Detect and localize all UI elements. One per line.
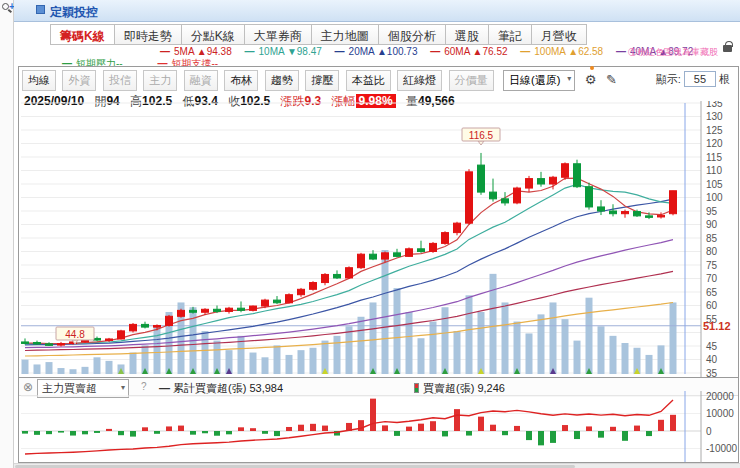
ma-legend: —5MA ▲94.38 —10MA ▼98.47 —20MA ▲100.73 —… [160,46,703,58]
tab-notes[interactable]: 筆記 [489,24,532,45]
svg-text:0: 0 [706,426,712,437]
tab-chip-kline[interactable]: 籌碼K線 [50,24,115,45]
chart-toolbar: 均線 外資 投信 主力 融資 布林 趨勢 撐壓 本益比 紅綠燈 分價量 日線(還… [22,70,617,90]
toolbar-pe-button[interactable]: 本益比 [346,70,391,91]
toolbar-support-button[interactable]: 撐壓 [305,70,339,91]
toolbar-margin-button[interactable]: 融資 [184,70,218,91]
toolbar-trust-button[interactable]: 投信 [103,70,137,91]
chevron-down-icon: ▾ [567,74,571,83]
chart-panel: 均線 外資 投信 主力 融資 布林 趨勢 撐壓 本益比 紅綠燈 分價量 日線(還… [18,66,739,463]
app-icon [36,5,45,14]
horizontal-scrollbar[interactable] [14,463,740,468]
svg-text:35: 35 [706,368,718,378]
svg-text:95: 95 [706,206,718,217]
toolbar-foreign-button[interactable]: 外資 [62,70,96,91]
bar-count-label: 顯示: [656,73,681,85]
svg-text:60: 60 [706,300,718,311]
toolbar-ma-button[interactable]: 均線 [22,70,56,91]
toolbar-volume-profile-button[interactable]: 分價量 [449,70,494,91]
svg-text:45: 45 [706,341,718,352]
svg-text:40: 40 [706,354,718,365]
svg-text:65: 65 [706,287,718,298]
svg-text:90: 90 [706,219,718,230]
svg-text:80: 80 [706,246,718,257]
lock-icon[interactable] [723,45,732,52]
svg-text:115: 115 [706,152,722,163]
svg-text:116.5: 116.5 [469,130,494,141]
candlestick-chart[interactable]: 1351301251201151101051009590858075706560… [19,101,738,377]
tab-realtime[interactable]: 即時走勢 [115,24,182,45]
legend-ma20: —20MA ▲100.73 [335,46,418,57]
tab-major-map[interactable]: 主力地圖 [312,24,379,45]
legend-ma5: —5MA ▲94.38 [160,46,232,57]
treasury-note: ①粉紅色區塊為庫藏股 [628,46,718,59]
svg-text:125: 125 [706,125,723,136]
bar-count-input[interactable]: 55 [684,71,716,87]
gear-icon[interactable]: ⚙ [585,72,597,87]
title-bar: 定穎投控 [14,0,740,22]
magnifier-icon[interactable] [2,3,9,10]
svg-text:120: 120 [706,138,723,149]
svg-text:135: 135 [706,101,723,109]
tab-stock-analysis[interactable]: 個股分析 [379,24,446,45]
bar-count-control: 顯示: 55 根 [656,71,730,87]
window-title: 定穎投控 [50,4,98,21]
toolbar-trend-button[interactable]: 趨勢 [265,70,299,91]
pencil-icon[interactable]: ✎ [606,72,617,87]
tab-big-orders[interactable]: 大單券商 [245,24,312,45]
tab-monthly-revenue[interactable]: 月營收 [532,24,587,45]
svg-text:75: 75 [706,260,718,271]
tab-bar: 籌碼K線 即時走勢 分點K線 大單券商 主力地圖 個股分析 選股 筆記 月營收 [14,22,740,45]
legend-ma10: —10MA ▼98.47 [245,46,322,57]
svg-text:85: 85 [706,233,718,244]
side-strip: + [0,0,14,468]
svg-text:44.8: 44.8 [65,329,85,340]
svg-text:110: 110 [706,165,722,176]
toolbar-signal-button[interactable]: 紅綠燈 [397,70,442,91]
toolbar-bollinger-button[interactable]: 布林 [224,70,258,91]
svg-text:51.12: 51.12 [703,320,731,332]
svg-text:130: 130 [706,111,723,122]
svg-text:10000: 10000 [706,408,734,419]
svg-text:105: 105 [706,179,723,190]
svg-text:20000: 20000 [706,391,734,402]
tab-branch-kline[interactable]: 分點K線 [182,24,245,45]
toolbar-major-button[interactable]: 主力 [143,70,177,91]
period-select[interactable]: 日線(還原)▾ [503,70,575,91]
svg-text:70: 70 [706,273,718,284]
legend-ma100: —100MA ▲62.58 [520,46,603,57]
legend-ma60: —60MA ▲76.52 [430,46,507,57]
net-buy-chart[interactable]: 20000100000-10000 [19,389,738,464]
bar-count-unit: 根 [719,73,730,85]
tab-stock-picker[interactable]: 選股 [446,24,489,45]
gear-badge [590,66,594,70]
svg-text:-10000: -10000 [706,443,738,454]
svg-text:100: 100 [706,192,723,203]
